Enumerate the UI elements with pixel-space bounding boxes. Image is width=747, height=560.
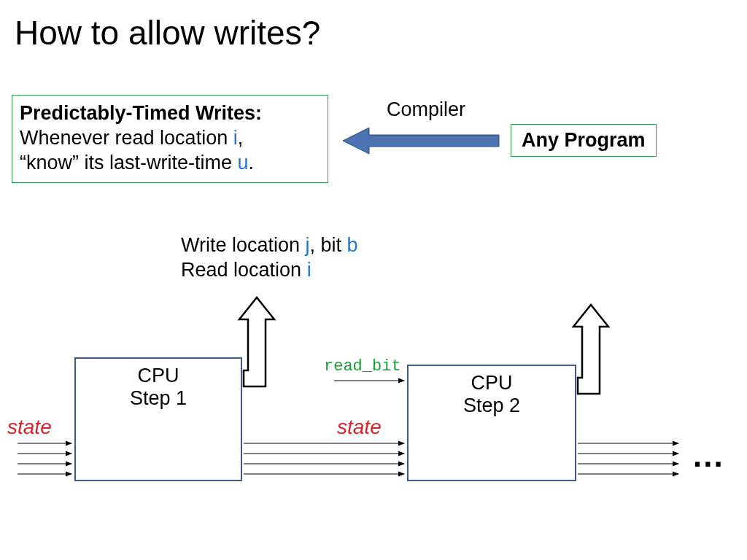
slide-title: How to allow writes? — [15, 13, 320, 52]
predictably-timed-writes-box: Predictably-Timed Writes: Whenever read … — [12, 95, 328, 183]
ptw-text: Whenever read location — [20, 127, 233, 149]
state-label-2: state — [337, 416, 382, 439]
cpu-step-label: Step 1 — [76, 387, 241, 410]
ptw-text: , — [238, 127, 244, 149]
cpu-label: CPU — [409, 372, 575, 394]
mid-text: Read location — [181, 259, 307, 281]
mid-text: , bit — [310, 234, 347, 256]
compiler-arrow-icon — [343, 128, 503, 157]
variable-u: u — [238, 152, 249, 174]
ptw-line2: “know” its last-write-time u. — [20, 151, 320, 176]
write-read-annotation: Write location j, bit b Read location i — [181, 233, 358, 283]
read-bit-label: read_bit — [324, 357, 401, 376]
variable-i: i — [307, 259, 311, 281]
ptw-text: “know” its last-write-time — [20, 152, 238, 174]
cpu-step2-box: CPU Step 2 — [407, 365, 576, 481]
ptw-line1: Whenever read location i, — [20, 126, 320, 151]
ptw-heading: Predictably-Timed Writes: — [20, 101, 320, 126]
compiler-label: Compiler — [387, 98, 465, 121]
cpu-step-label: Step 2 — [409, 394, 575, 417]
cpu-step1-box: CPU Step 1 — [74, 357, 242, 481]
mid-text: Write location — [181, 234, 306, 256]
ellipsis: ... — [693, 438, 724, 474]
variable-b: b — [347, 234, 358, 256]
any-program-box: Any Program — [511, 124, 657, 157]
cpu-label: CPU — [76, 365, 241, 387]
svg-marker-0 — [343, 128, 499, 154]
ptw-text: . — [249, 152, 255, 174]
state-label-1: state — [7, 416, 52, 439]
